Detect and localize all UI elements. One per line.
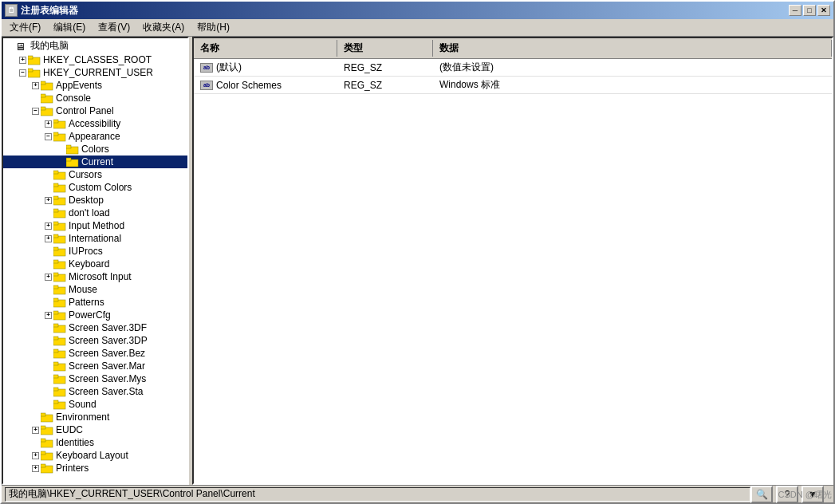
folder-icon <box>41 105 53 116</box>
folder-icon <box>53 335 66 346</box>
search-button[interactable]: 🔍 <box>750 486 773 503</box>
close-button[interactable]: ✕ <box>817 5 830 16</box>
svg-rect-33 <box>53 260 58 263</box>
cell-name: ab(默认) <box>194 59 337 76</box>
expand-icon[interactable]: + <box>45 274 52 281</box>
expand-icon[interactable]: + <box>45 197 52 204</box>
svg-rect-49 <box>53 362 58 365</box>
svg-rect-23 <box>53 196 58 199</box>
tree-item-environment[interactable]: Environment <box>3 411 187 423</box>
tree-item-powercfg[interactable]: + PowerCfg <box>3 309 187 321</box>
status-path-text: 我的电脑\HKEY_CURRENT_USER\Control Panel\Cur… <box>9 487 255 501</box>
tree-item-eudc[interactable]: + EUDC <box>3 423 187 436</box>
tree-label-accessibility: Accessibility <box>69 118 120 129</box>
tree-label-screensaver-3dp: Screen Saver.3DP <box>69 335 148 346</box>
tree-item-input-method[interactable]: + Input Method <box>3 219 187 232</box>
tree-item-keyboard[interactable]: Keyboard <box>3 258 187 270</box>
svg-rect-61 <box>41 439 45 442</box>
tree-item-screensaver-bez[interactable]: Screen Saver.Bez <box>3 347 187 360</box>
menu-view[interactable]: 查看(V) <box>92 19 136 36</box>
tree-item-appevents[interactable]: + AppEvents <box>3 79 187 92</box>
detail-header: 名称 类型 数据 <box>194 38 832 59</box>
tree-item-colors[interactable]: Colors <box>3 143 187 156</box>
tree-item-patterns[interactable]: Patterns <box>3 296 187 309</box>
folder-icon <box>53 233 66 244</box>
expand-icon[interactable]: + <box>45 235 52 242</box>
folder-icon <box>41 450 53 461</box>
cell-type: REG_SZ <box>337 59 433 76</box>
expand-icon[interactable]: + <box>19 57 26 64</box>
tree-item-accessibility[interactable]: + Accessibility <box>3 117 187 130</box>
tree-item-my-computer[interactable]: 🖥我的电脑 <box>3 38 187 53</box>
col-type: 类型 <box>337 40 433 57</box>
collapse-icon[interactable]: − <box>45 133 52 140</box>
tree-item-screensaver-mar[interactable]: Screen Saver.Mar <box>3 360 187 372</box>
tree-item-sound[interactable]: Sound <box>3 398 187 411</box>
tree-label-keyboard: Keyboard <box>69 258 109 270</box>
tree-label-input-method: Input Method <box>69 220 124 231</box>
tree-item-hkey-current-user[interactable]: − HKEY_CURRENT_USER <box>3 66 187 79</box>
tree-label-identities: Identities <box>56 437 94 448</box>
table-row[interactable]: ab(默认)REG_SZ(数值未设置) <box>194 59 832 77</box>
expand-icon[interactable]: + <box>45 120 52 128</box>
col-name: 名称 <box>194 40 337 57</box>
svg-rect-7 <box>41 94 45 97</box>
expand-icon[interactable]: + <box>45 312 52 319</box>
tree-item-screensaver-mys[interactable]: Screen Saver.Mys <box>3 372 187 385</box>
tree-item-iuprocs[interactable]: IUProcs <box>3 245 187 258</box>
minimize-button[interactable]: ─ <box>789 5 802 16</box>
collapse-icon[interactable]: − <box>19 69 26 77</box>
tree-item-microsoft-input[interactable]: + Microsoft Input <box>3 270 187 283</box>
window-icon: 🗒 <box>5 4 18 17</box>
tree-label-desktop: Desktop <box>69 195 104 206</box>
tree-label-dont-load: don't load <box>69 207 110 219</box>
tree-label-colors: Colors <box>81 144 109 155</box>
tree-item-control-panel[interactable]: − Control Panel <box>3 104 187 117</box>
expand-icon[interactable]: + <box>32 82 39 89</box>
tree-label-my-computer: 我的电脑 <box>30 39 69 53</box>
tree-item-appearance[interactable]: − Appearance <box>3 130 187 143</box>
folder-icon <box>66 156 79 167</box>
folder-icon <box>66 144 79 155</box>
tree-item-console[interactable]: Console <box>3 92 187 104</box>
svg-rect-19 <box>53 171 58 174</box>
tree-label-mouse: Mouse <box>69 284 97 295</box>
table-row[interactable]: abColor SchemesREG_SZWindows 标准 <box>194 77 832 94</box>
svg-rect-1 <box>28 56 33 59</box>
tree-item-desktop[interactable]: + Desktop <box>3 194 187 207</box>
maximize-button[interactable]: □ <box>803 5 816 16</box>
svg-rect-37 <box>53 285 58 289</box>
tree-item-identities[interactable]: Identities <box>3 436 187 449</box>
tree-item-screensaver-sta[interactable]: Screen Saver.Sta <box>3 385 187 398</box>
tree-label-iuprocs: IUProcs <box>69 246 103 257</box>
menu-file[interactable]: 文件(F) <box>3 19 47 36</box>
menu-favorites[interactable]: 收藏夹(A) <box>136 19 191 36</box>
expand-icon[interactable]: + <box>32 465 39 472</box>
expand-icon[interactable]: + <box>45 222 52 230</box>
tree-item-mouse[interactable]: Mouse <box>3 283 187 296</box>
tree-item-international[interactable]: + International <box>3 232 187 245</box>
folder-icon <box>53 373 66 384</box>
tree-item-current[interactable]: Current <box>3 156 187 168</box>
tree-item-hkey-classes-root[interactable]: + HKEY_CLASSES_ROOT <box>3 53 187 66</box>
expand-icon[interactable]: + <box>32 452 39 459</box>
menu-bar: 文件(F) 编辑(E) 查看(V) 收藏夹(A) 帮助(H) <box>2 19 833 37</box>
tree-item-screensaver-3df[interactable]: Screen Saver.3DF <box>3 321 187 334</box>
cell-type: REG_SZ <box>337 77 433 93</box>
folder-icon <box>53 322 66 333</box>
tree-label-printers: Printers <box>56 463 89 474</box>
tree-item-cursors[interactable]: Cursors <box>3 168 187 181</box>
menu-help[interactable]: 帮助(H) <box>191 19 236 36</box>
menu-edit[interactable]: 编辑(E) <box>47 19 92 36</box>
tree-panel[interactable]: 🖥我的电脑+ HKEY_CLASSES_ROOT− HKEY_CURRENT_U… <box>2 37 189 485</box>
tree-item-custom-colors[interactable]: Custom Colors <box>3 181 187 194</box>
tree-item-printers[interactable]: + Printers <box>3 462 187 474</box>
folder-icon: 🖥 <box>15 41 28 52</box>
tree-item-dont-load[interactable]: don't load <box>3 207 187 219</box>
collapse-icon[interactable]: − <box>32 108 39 115</box>
tree-item-keyboard-layout[interactable]: + Keyboard Layout <box>3 449 187 462</box>
expand-icon[interactable]: + <box>32 427 39 434</box>
svg-rect-11 <box>53 120 58 123</box>
tree-item-screensaver-3dp[interactable]: Screen Saver.3DP <box>3 334 187 347</box>
tree-label-hkey-current-user: HKEY_CURRENT_USER <box>43 67 153 78</box>
